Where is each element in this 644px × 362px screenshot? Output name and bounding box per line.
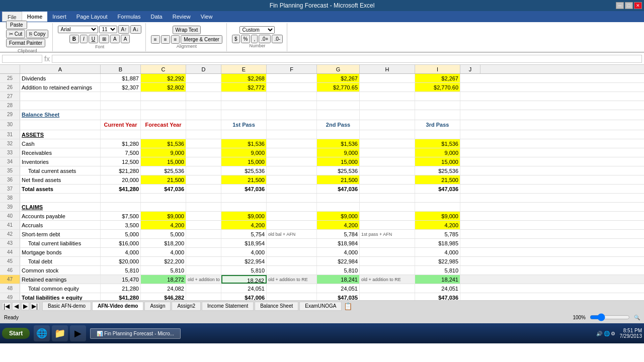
sheet-tab-basic[interactable]: Basic AFN-demo [42, 302, 91, 311]
cell-a28[interactable] [20, 101, 101, 110]
cell-a43[interactable]: Total current liabilities [20, 239, 101, 247]
cell-g43[interactable]: $18,984 [317, 239, 360, 247]
cell-a34[interactable]: Inventories [20, 157, 101, 166]
cell-g29[interactable] [317, 110, 360, 120]
cell-i48[interactable]: 24,051 [415, 284, 460, 293]
cell-i39[interactable] [415, 203, 460, 211]
cell-i46[interactable]: 5,810 [415, 266, 460, 275]
wrap-text-button[interactable]: Wrap Text [173, 26, 201, 34]
cell-b25[interactable]: $1,887 [101, 74, 141, 82]
cell-d29[interactable] [186, 110, 221, 120]
cell-d48[interactable] [186, 284, 221, 293]
cell-c26[interactable]: $2,802 [141, 83, 186, 92]
cell-d44[interactable] [186, 248, 221, 256]
cell-c28[interactable] [141, 101, 186, 110]
cell-a44[interactable]: Mortgage bonds [20, 248, 101, 256]
cell-a33[interactable]: Receivables [20, 148, 101, 157]
font-color-button[interactable]: A [121, 35, 130, 43]
cell-d32[interactable] [186, 139, 221, 148]
cell-i27[interactable] [415, 92, 460, 101]
tab-insert[interactable]: Insert [47, 13, 71, 21]
cell-e33[interactable]: 9,000 [221, 148, 267, 157]
sheet-tab-balance[interactable]: Balance Sheet [255, 302, 298, 311]
cell-c40[interactable]: $9,000 [141, 212, 186, 220]
cell-a37[interactable]: Total assets [20, 185, 101, 193]
cell-b46[interactable]: 5,810 [101, 266, 141, 275]
cell-e34[interactable]: 15,000 [221, 157, 267, 166]
format-painter-button[interactable]: Format Painter [6, 39, 45, 47]
cell-g33[interactable]: 9,000 [317, 148, 360, 157]
cell-c25[interactable]: $2,292 [141, 74, 186, 82]
cell-b34[interactable]: 12,500 [101, 157, 141, 166]
cell-d31[interactable] [186, 130, 221, 139]
number-format-select[interactable]: Custom [239, 26, 275, 34]
cell-b28[interactable] [101, 101, 141, 110]
cell-b43[interactable]: $16,000 [101, 239, 141, 247]
cell-b31[interactable] [101, 130, 141, 139]
merge-center-button[interactable]: Merge & Center [181, 35, 222, 44]
cell-b38[interactable] [101, 194, 141, 202]
cell-a35[interactable]: Total current assets [20, 166, 101, 175]
cell-e49[interactable]: $47,006 [221, 293, 267, 300]
formula-input[interactable]: =B47+E26 [52, 55, 642, 63]
cell-a47[interactable]: Retained earnings [20, 275, 101, 284]
cell-a29-balance-sheet[interactable]: Balance Sheet [20, 110, 101, 120]
cell-d26[interactable] [186, 83, 221, 92]
cell-c34[interactable]: 15,000 [141, 157, 186, 166]
taskbar-icon-explorer[interactable]: 📁 [52, 325, 68, 341]
cell-i49[interactable]: $47,036 [415, 293, 460, 300]
cell-a26[interactable]: Addition to retained earnings [20, 83, 101, 92]
align-center-button[interactable]: ≡ [161, 35, 170, 44]
cell-a38[interactable] [20, 194, 101, 202]
cell-e35[interactable]: $25,536 [221, 166, 267, 175]
cell-g34[interactable]: 15,000 [317, 157, 360, 166]
cell-g37[interactable]: $47,036 [317, 185, 360, 193]
cell-g25[interactable]: $2,267 [317, 74, 360, 82]
cell-c37[interactable]: $47,036 [141, 185, 186, 193]
cell-c33[interactable]: 9,000 [141, 148, 186, 157]
cell-a39-claims[interactable]: CLAIMS [20, 203, 101, 211]
cell-i38[interactable] [415, 194, 460, 202]
cell-g27[interactable] [317, 92, 360, 101]
cell-c36[interactable]: 21,500 [141, 175, 186, 184]
decrease-font-button[interactable]: A↓ [130, 25, 141, 34]
cell-c44[interactable]: 4,000 [141, 248, 186, 256]
cell-e37[interactable]: $47,036 [221, 185, 267, 193]
cell-d33[interactable] [186, 148, 221, 157]
cell-b37[interactable]: $41,280 [101, 185, 141, 193]
cell-g45[interactable]: $22,984 [317, 257, 360, 265]
align-left-button[interactable]: ≡ [151, 35, 160, 44]
taskbar-icon-ie[interactable]: 🌐 [34, 325, 50, 341]
cell-i44[interactable]: 4,000 [415, 248, 460, 256]
cell-a45[interactable]: Total debt [20, 257, 101, 265]
cell-i36[interactable]: 21,500 [415, 175, 460, 184]
cell-d37[interactable] [186, 185, 221, 193]
cell-a31-assets[interactable]: ASSETS [20, 130, 101, 139]
bold-button[interactable]: B [69, 35, 79, 43]
cell-e32[interactable]: $1,536 [221, 139, 267, 148]
paste-button[interactable]: Paste [6, 21, 27, 29]
cell-i41[interactable]: 4,200 [415, 221, 460, 229]
cell-e48[interactable]: 24,051 [221, 284, 267, 293]
cell-e44[interactable]: 4,000 [221, 248, 267, 256]
fill-color-button[interactable]: A [110, 35, 120, 43]
cell-g39[interactable] [317, 203, 360, 211]
sheet-tab-assign2[interactable]: Assign2 [172, 302, 201, 311]
cell-e45[interactable]: $22,954 [221, 257, 267, 265]
cell-e26[interactable]: $2,772 [221, 83, 267, 92]
cell-d34[interactable] [186, 157, 221, 166]
cell-c48[interactable]: 24,082 [141, 284, 186, 293]
cell-e28[interactable] [221, 101, 267, 110]
cell-i33[interactable]: 9,000 [415, 148, 460, 157]
cell-g32[interactable]: $1,536 [317, 139, 360, 148]
cell-g46[interactable]: 5,810 [317, 266, 360, 275]
cell-a40[interactable]: Accounts payable [20, 212, 101, 220]
cell-d43[interactable] [186, 239, 221, 247]
font-size-select[interactable]: 11 [99, 26, 117, 33]
minimize-button[interactable]: ─ [616, 2, 624, 9]
sheet-tab-assign[interactable]: Assign [144, 302, 171, 311]
cell-b29[interactable] [101, 110, 141, 120]
cell-a49[interactable]: Total liabilities + equity [20, 293, 101, 300]
cell-e36[interactable]: 21,500 [221, 175, 267, 184]
tab-home[interactable]: Home [22, 12, 48, 22]
